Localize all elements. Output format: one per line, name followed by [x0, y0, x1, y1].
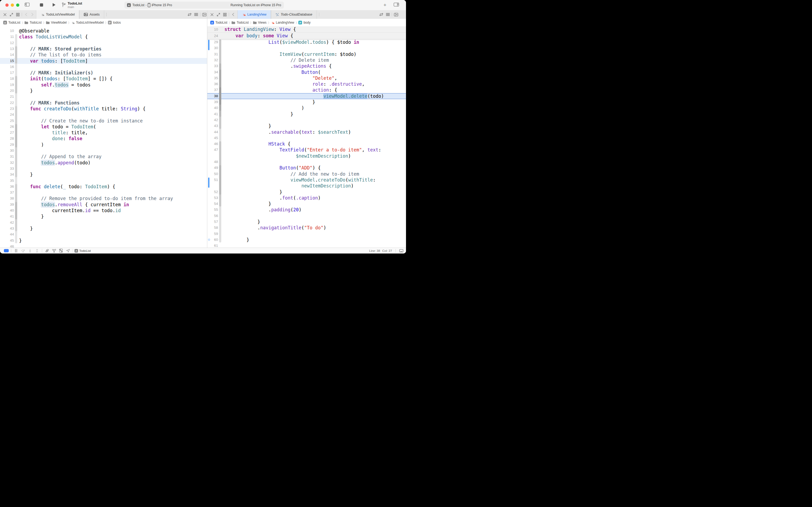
line-number[interactable]: 31	[0, 154, 14, 160]
line-number[interactable]: 61	[207, 243, 218, 247]
pinned-code-line[interactable]: 24 var body: some View {	[207, 33, 406, 39]
expand-button[interactable]	[215, 10, 222, 19]
line-number[interactable]: 18	[0, 76, 14, 81]
code-line[interactable]: 22 // MARK: Functions	[0, 100, 207, 106]
code-line[interactable]: 19 self.todos = todos	[0, 82, 207, 88]
code-line[interactable]: 18 init(todos: [TodoItem] = []) {	[0, 76, 207, 81]
code-line[interactable]: 34 }	[0, 172, 207, 177]
minimize-window-button[interactable]	[11, 3, 14, 7]
toggle-inspector-icon[interactable]	[394, 3, 399, 6]
code-line[interactable]: 40 currentItem.id == todo.id	[0, 208, 207, 214]
code-line[interactable]: 31 // Append to the array	[0, 154, 207, 160]
line-number[interactable]: 35	[0, 178, 14, 184]
line-number[interactable]: 34	[0, 172, 14, 177]
editor-tab-landingview[interactable]: LandingView	[237, 10, 271, 19]
code-line[interactable]: 52 }	[207, 189, 406, 195]
code-line[interactable]: 53 .font(.caption)	[207, 195, 406, 201]
scheme-name[interactable]: TodoList	[132, 3, 144, 7]
line-number[interactable]: 38	[207, 93, 218, 99]
run-button[interactable]	[52, 3, 56, 7]
line-number[interactable]: 29	[0, 142, 14, 148]
code-line[interactable]: 35 "Delete",	[207, 75, 406, 81]
code-line[interactable]: 17 // MARK: Initializer(s)	[0, 70, 207, 76]
add-button[interactable]: +	[384, 2, 387, 8]
line-number[interactable]: 37	[207, 87, 218, 93]
code-line[interactable]: 46 HStack {	[207, 141, 406, 147]
code-line[interactable]: 56	[207, 213, 406, 219]
editor-display-icon[interactable]	[399, 249, 403, 252]
line-number[interactable]: 38	[0, 195, 14, 202]
line-number[interactable]: 12	[0, 40, 14, 46]
code-line[interactable]: 23 func createToDo(withTitle title: Stri…	[0, 106, 207, 112]
line-number[interactable]: 14	[0, 52, 14, 58]
breadcrumb-item[interactable]: Views	[258, 21, 267, 24]
code-line[interactable]: 37 action: {	[207, 87, 406, 93]
line-number[interactable]: 48	[207, 159, 218, 165]
code-line[interactable]: $newItemDescription)	[207, 153, 406, 159]
line-number[interactable]: 19	[0, 82, 14, 88]
line-number[interactable]: 46	[207, 141, 218, 147]
line-number[interactable]: 34	[207, 69, 218, 75]
line-number[interactable]: 16	[0, 64, 14, 70]
chev-left-button[interactable]	[23, 10, 29, 19]
line-number[interactable]: 46	[0, 243, 14, 247]
line-number[interactable]: 40	[0, 208, 14, 214]
toggle-navigator-icon[interactable]	[25, 3, 30, 6]
grid-button[interactable]	[14, 10, 21, 19]
line-number[interactable]: 36	[0, 184, 14, 189]
line-number[interactable]: 53	[207, 195, 218, 201]
line-number[interactable]: 50	[207, 171, 218, 177]
line-number[interactable]: 32	[207, 57, 218, 63]
code-line[interactable]: 58 .navigationTitle("To do")	[207, 225, 406, 231]
line-number[interactable]: 20	[0, 88, 14, 94]
code-line[interactable]: 39 }	[207, 99, 406, 105]
code-line[interactable]: 49 Button("ADD") {	[207, 165, 406, 171]
breadcrumb-item[interactable]: TodoList	[8, 21, 20, 24]
code-fold-ribbon[interactable]	[219, 165, 221, 195]
code-line[interactable]: 32 // Delete item	[207, 57, 406, 63]
zoom-window-button[interactable]	[16, 3, 19, 7]
lines-button[interactable]	[193, 10, 199, 19]
breadcrumb-item[interactable]: TodoList	[237, 21, 249, 24]
editor-tab-todolistviewmodel[interactable]: TodoListViewModel	[36, 10, 79, 19]
code-line[interactable]: 35	[0, 178, 207, 184]
chev-right-button[interactable]	[29, 10, 36, 19]
breadcrumb-item[interactable]: LandingView	[276, 21, 294, 24]
breakpoints-toggle-button[interactable]	[3, 248, 10, 254]
code-line[interactable]: 21	[0, 94, 207, 100]
code-line[interactable]: 34 Button(	[207, 69, 406, 75]
code-line[interactable]: 37	[0, 189, 207, 195]
line-number[interactable]: 55	[207, 207, 218, 213]
source-editor-right[interactable]: 29 List($viewModel.todos) { $todo in3031…	[207, 26, 406, 247]
code-line[interactable]: 57 }	[207, 219, 406, 225]
line-number[interactable]: 39	[0, 202, 14, 208]
line-number[interactable]: 43	[0, 226, 14, 231]
code-fold-ribbon[interactable]	[15, 46, 17, 64]
line-number[interactable]: 41	[0, 214, 14, 219]
split-add-button[interactable]	[393, 10, 399, 19]
line-number[interactable]: 44	[207, 129, 218, 135]
line-number[interactable]: 13	[0, 46, 14, 52]
code-line[interactable]: 32 todos.append(todo)	[0, 160, 207, 166]
code-line[interactable]: 46	[0, 243, 207, 247]
expand-button[interactable]	[8, 10, 14, 19]
code-line[interactable]: 14 // The list of to-do items	[0, 52, 207, 58]
line-number[interactable]: 36	[207, 81, 218, 87]
code-line[interactable]: 42	[0, 220, 207, 226]
step-out-button[interactable]	[34, 248, 41, 254]
breadcrumb-item[interactable]: todos	[113, 21, 121, 24]
code-line[interactable]: 55 .padding(20)	[207, 207, 406, 213]
code-line[interactable]: 41 }	[0, 214, 207, 219]
step-into-button[interactable]	[26, 248, 34, 254]
code-line[interactable]: 41 }	[207, 111, 406, 117]
line-number[interactable]: 35	[207, 75, 218, 81]
code-line[interactable]: 11class TodoListViewModel {	[0, 34, 207, 40]
code-line[interactable]: 26 let todo = TodoItem(	[0, 124, 207, 130]
line-number[interactable]: 52	[207, 189, 218, 195]
code-fold-ribbon[interactable]	[219, 87, 221, 105]
code-line[interactable]: 25 // Create the new to-do item instance	[0, 118, 207, 124]
pinned-code-line[interactable]: 10struct LandingView: View {	[207, 26, 406, 33]
view-hierarchy-button[interactable]	[44, 248, 51, 254]
line-number[interactable]: 24	[0, 112, 14, 118]
code-line[interactable]: 61	[207, 243, 406, 247]
